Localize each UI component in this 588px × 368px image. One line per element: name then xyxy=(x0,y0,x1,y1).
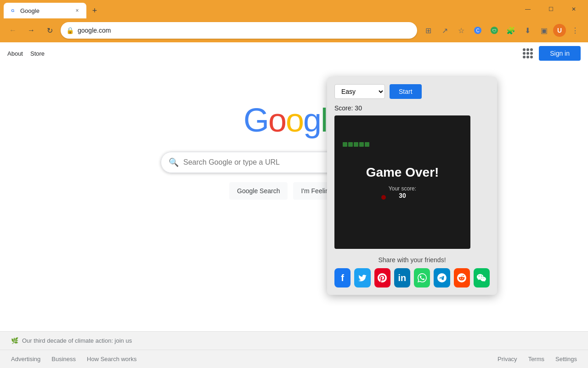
share-section: Share with your friends! f in xyxy=(334,256,490,288)
share-linkedin-button[interactable]: in xyxy=(394,268,410,288)
google-search-button[interactable]: Google Search xyxy=(229,182,288,200)
tab-bar: G Google × + xyxy=(4,0,515,18)
extensions-icon[interactable]: 🧩 xyxy=(503,23,518,38)
search-icon: 🔍 xyxy=(169,157,179,167)
download-icon[interactable]: ⬇ xyxy=(520,23,535,38)
google-logo-area: G o o g l e xyxy=(0,101,588,139)
terms-link[interactable]: Terms xyxy=(528,356,544,362)
share-telegram-button[interactable] xyxy=(434,268,450,288)
cast-icon[interactable]: ⊞ xyxy=(421,23,435,38)
score-value: 30 xyxy=(355,104,362,112)
logo-g2: g xyxy=(303,101,321,139)
snake-seg-4 xyxy=(359,142,364,147)
bookmark-icon[interactable]: ☆ xyxy=(454,23,469,38)
header-links-left: About Store xyxy=(7,50,45,57)
address-input-wrap[interactable]: 🔒 google.com xyxy=(61,22,417,39)
score-display: Score: 30 xyxy=(334,104,490,112)
start-button[interactable]: Start xyxy=(390,84,422,99)
business-link[interactable]: Business xyxy=(51,356,76,362)
leaf-icon: 🌿 xyxy=(11,337,18,344)
split-view-icon[interactable]: ▣ xyxy=(537,23,551,38)
snake-seg-1 xyxy=(343,142,347,147)
extension-1-icon[interactable]: C xyxy=(470,23,485,38)
title-bar: G Google × + — ☐ ✕ xyxy=(0,0,588,18)
forward-button[interactable]: → xyxy=(24,23,39,38)
share-wechat-button[interactable] xyxy=(474,268,490,288)
tab-title: Google xyxy=(20,7,70,14)
active-tab[interactable]: G Google × xyxy=(4,3,86,18)
google-favicon: G xyxy=(9,7,17,14)
page-content: About Store Sign in G o o g xyxy=(0,42,588,368)
svg-text:🛡: 🛡 xyxy=(492,29,497,33)
share-twitter-button[interactable] xyxy=(354,268,370,288)
game-over-overlay: Game Over! Your score: 30 xyxy=(366,165,439,199)
privacy-link[interactable]: Privacy xyxy=(498,356,517,362)
how-search-works-link[interactable]: How Search works xyxy=(87,356,136,362)
snake-seg-2 xyxy=(348,142,353,147)
game-over-title: Game Over! xyxy=(366,165,439,180)
page-footer: 🌿 Our third decade of climate action: jo… xyxy=(0,331,588,368)
toolbar-icons: ⊞ ↗ ☆ C 🛡 🧩 ⬇ ▣ U ⋮ xyxy=(421,23,582,38)
game-canvas[interactable]: Game Over! Your score: 30 xyxy=(334,115,470,249)
sign-in-button[interactable]: Sign in xyxy=(539,46,581,61)
search-area: 🔍 Google Search I'm Feeling Lucky xyxy=(0,152,588,200)
lock-icon: 🔒 xyxy=(66,27,74,34)
grid-dots xyxy=(523,48,533,58)
store-link[interactable]: Store xyxy=(30,50,45,57)
settings-link[interactable]: Settings xyxy=(555,356,577,362)
share-facebook-button[interactable]: f xyxy=(334,268,351,288)
advertising-link[interactable]: Advertising xyxy=(11,356,40,362)
share-icon[interactable]: ↗ xyxy=(437,23,452,38)
score-label-text: Score: xyxy=(334,104,353,112)
tab-close-button[interactable]: × xyxy=(74,7,81,14)
close-button[interactable]: ✕ xyxy=(563,2,584,17)
difficulty-select[interactable]: Easy Medium Hard xyxy=(334,84,385,99)
url-display: google.com xyxy=(78,27,412,34)
refresh-button[interactable]: ↻ xyxy=(42,23,57,38)
new-tab-button[interactable]: + xyxy=(88,4,101,17)
game-controls: Easy Medium Hard Start xyxy=(334,84,490,99)
game-over-score-value: 30 xyxy=(366,192,439,199)
extension-2-icon[interactable]: 🛡 xyxy=(487,23,502,38)
game-over-score-label: Your score: xyxy=(366,185,439,192)
food-dot xyxy=(381,195,386,200)
maximize-button[interactable]: ☐ xyxy=(540,2,561,17)
window-controls: — ☐ ✕ xyxy=(517,2,584,17)
footer-links-right: Privacy Terms Settings xyxy=(498,356,577,362)
back-button[interactable]: ← xyxy=(6,23,20,38)
svg-text:G: G xyxy=(11,8,14,13)
share-icons: f in xyxy=(334,268,490,288)
page-header: About Store Sign in xyxy=(0,42,588,64)
chrome-browser: G Google × + — ☐ ✕ ← → ↻ 🔒 google.com ⊞ … xyxy=(0,0,588,368)
minimize-button[interactable]: — xyxy=(517,2,538,17)
logo-l: l xyxy=(321,101,327,139)
header-right: Sign in xyxy=(520,46,581,61)
logo-o1: o xyxy=(268,101,286,139)
footer-bottom: Advertising Business How Search works Pr… xyxy=(0,350,588,368)
snake-seg-3 xyxy=(354,142,358,147)
climate-text: Our third decade of climate action: join… xyxy=(22,337,132,344)
game-panel: Easy Medium Hard Start Score: 30 xyxy=(327,77,497,295)
address-bar: ← → ↻ 🔒 google.com ⊞ ↗ ☆ C 🛡 🧩 ⬇ ▣ U ⋮ xyxy=(0,18,588,42)
profile-avatar[interactable]: U xyxy=(553,24,566,37)
footer-climate: 🌿 Our third decade of climate action: jo… xyxy=(0,332,588,350)
logo-g: G xyxy=(243,101,268,139)
share-reddit-button[interactable] xyxy=(454,268,470,288)
share-pinterest-button[interactable] xyxy=(374,268,390,288)
logo-o2: o xyxy=(286,101,303,139)
snake-seg-5 xyxy=(365,142,369,147)
apps-grid-icon[interactable] xyxy=(520,46,535,61)
share-label: Share with your friends! xyxy=(334,256,490,264)
svg-text:C: C xyxy=(476,28,479,33)
footer-links-left: Advertising Business How Search works xyxy=(11,356,136,362)
about-link[interactable]: About xyxy=(7,50,23,57)
menu-icon[interactable]: ⋮ xyxy=(568,23,582,38)
share-whatsapp-button[interactable] xyxy=(414,268,430,288)
